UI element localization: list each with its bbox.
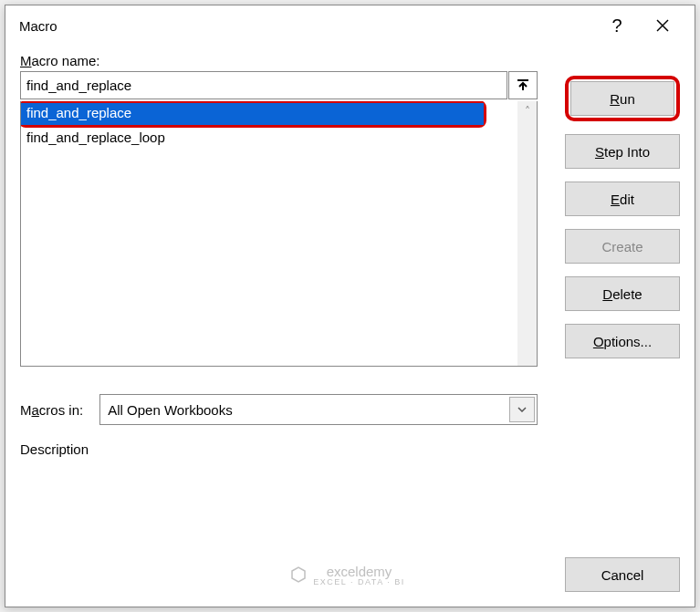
delete-button[interactable]: Delete [565,276,680,311]
dialog-content: Macro name: find_and_replace find_and_re… [5,46,695,472]
watermark-name: exceldemy [313,564,404,579]
help-button[interactable]: ? [594,5,640,46]
dialog-title: Macro [19,18,594,34]
macro-listbox[interactable]: find_and_replace find_and_replace_loop [21,101,517,366]
dropdown-arrow [509,397,535,422]
step-into-button[interactable]: Step Into [565,134,680,169]
chevron-down-icon [517,407,527,412]
list-item[interactable]: find_and_replace_loop [21,128,517,150]
watermark: exceldemy EXCEL · DATA · BI [130,564,565,586]
bottom-area: exceldemy EXCEL · DATA · BI Cancel [20,557,680,592]
options-button[interactable]: Options... [565,324,680,358]
macros-in-select[interactable]: All Open Workbooks [99,394,538,425]
collapse-dialog-button[interactable] [508,71,538,99]
list-item[interactable]: find_and_replace [21,103,484,125]
left-column: Macro name: find_and_replace find_and_re… [20,53,538,457]
watermark-sub: EXCEL · DATA · BI [313,577,404,586]
create-button: Create [565,229,680,264]
close-button[interactable] [640,5,685,46]
macro-name-row [20,71,538,99]
description-label: Description [20,441,538,457]
edit-button[interactable]: Edit [565,182,680,216]
scrollbar[interactable]: ˄ [517,101,538,366]
macro-name-label: Macro name: [20,53,538,68]
run-highlight: Run [565,76,680,121]
macros-in-row: Macros in: All Open Workbooks [20,394,538,425]
macros-in-value: All Open Workbooks [108,402,509,418]
macros-in-label: Macros in: [20,402,83,418]
right-column: Run Step Into Edit Create Delete Options… [565,53,680,457]
run-button[interactable]: Run [570,81,674,116]
macro-name-input[interactable] [20,71,507,99]
close-icon [655,18,670,33]
titlebar: Macro ? [5,5,695,46]
cancel-button[interactable]: Cancel [565,557,680,592]
macro-dialog: Macro ? Macro name: find_and_re [5,5,695,607]
watermark-icon [289,565,308,584]
upload-icon [517,79,529,92]
selected-highlight: find_and_replace [21,101,486,128]
scroll-up-icon: ˄ [525,105,530,118]
macro-listbox-wrapper: find_and_replace find_and_replace_loop ˄ [20,101,538,367]
